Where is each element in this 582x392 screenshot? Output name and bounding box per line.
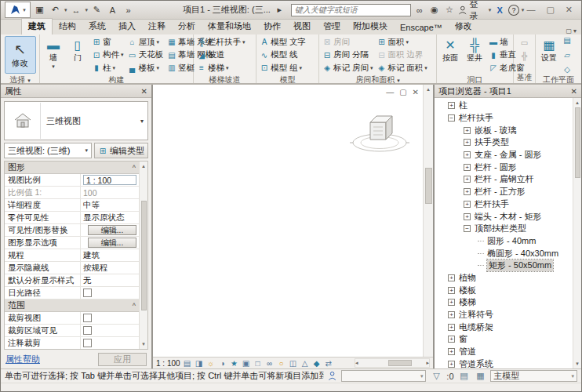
reveal-constraints-icon[interactable]: ⇄ (324, 359, 333, 368)
tree-item[interactable]: +植物 (435, 272, 573, 285)
browser-scrollbar[interactable]: ▴ ▾ (573, 98, 581, 368)
help-caret-icon[interactable]: ▾ (522, 7, 525, 13)
scroll-up-icon[interactable]: ▴ (142, 163, 145, 169)
detail-level-icon[interactable]: ▤ (183, 359, 192, 368)
save-button[interactable]: ▣ (33, 3, 46, 17)
expand-icon[interactable]: + (448, 299, 455, 306)
parts-visibility-value[interactable]: 显示原状态 (81, 212, 139, 223)
stair-button[interactable]: ≡ 楼梯 ▾ (196, 62, 246, 74)
undo-button[interactable]: ↶ (49, 3, 62, 17)
detail-level-value[interactable]: 中等 (81, 200, 139, 211)
door-button[interactable]: ▯ 门 (67, 36, 89, 62)
section-pin-icon[interactable]: ^ (133, 302, 136, 310)
tab-architecture[interactable]: 建筑 (21, 18, 53, 34)
scroll-thumb[interactable] (388, 360, 412, 366)
floor-button[interactable]: ▄ 楼板 ▾ (127, 62, 165, 74)
ref-plane-button[interactable]: ▱ (562, 51, 572, 60)
render-icon[interactable]: ★ (230, 359, 239, 368)
scroll-thumb[interactable] (425, 168, 432, 204)
tag-area-button[interactable]: ◈ 标记 面积 ▾ (376, 62, 427, 74)
tree-item[interactable]: +栏杆 - 正方形 (435, 186, 573, 198)
scroll-thumb[interactable] (141, 201, 147, 310)
scroll-down-icon[interactable]: ▾ (142, 341, 145, 347)
expand-icon[interactable]: + (464, 164, 471, 171)
design-options-icon[interactable]: ▦ (474, 370, 486, 382)
show-work-plane-button[interactable]: ▤ (562, 36, 572, 45)
scroll-down-icon[interactable]: ▾ (576, 361, 579, 367)
tree-item[interactable]: −顶部扶栏类型 (435, 223, 573, 235)
design-option-select[interactable]: 主模型 ▾ (490, 370, 577, 382)
tab-enscape[interactable]: Enscape™ (394, 21, 449, 34)
crop-view-checkbox[interactable] (83, 314, 92, 322)
hidden-lines-value[interactable]: 按规程 (81, 263, 139, 274)
expand-icon[interactable]: + (448, 287, 455, 294)
scale-button[interactable]: 1 : 100 (156, 359, 180, 368)
tree-item[interactable]: +柱 (435, 100, 573, 112)
analytical-model-icon[interactable]: △ (300, 359, 310, 368)
crop-view-icon[interactable]: ▣ (242, 359, 251, 368)
expand-icon[interactable]: + (464, 151, 471, 158)
expand-icon[interactable]: + (464, 213, 471, 220)
displacement-sets-icon[interactable]: ◆ (312, 359, 322, 368)
tree-item[interactable]: +栏杆扶手 (435, 198, 573, 211)
properties-help-link[interactable]: 属性帮助 (5, 354, 40, 365)
expand-icon[interactable]: + (448, 361, 455, 368)
roof-button[interactable]: ⌂ 屋顶 ▾ (127, 36, 165, 48)
graphic-options-edit-button[interactable]: 编辑... (88, 238, 136, 248)
tab-massing-site[interactable]: 体量和场地 (202, 19, 257, 34)
tag-room-button[interactable]: ◈ 标记 房间 ▾ (322, 62, 373, 74)
expand-icon[interactable]: + (448, 324, 455, 331)
view-canvas[interactable]: — ▢ ✕ ▴ (153, 85, 433, 357)
ceiling-button[interactable]: ▭ 天花板 (127, 49, 165, 61)
show-crop-region-icon[interactable]: □ (253, 359, 263, 368)
viewcube[interactable] (347, 108, 413, 157)
properties-scrollbar[interactable]: ▴ ▾ (139, 162, 147, 349)
tree-item[interactable]: +窗 (435, 333, 573, 346)
app-menu-button[interactable]: ▾ (5, 2, 31, 18)
window-button[interactable]: ⊞ 窗 (91, 36, 125, 48)
model-text-button[interactable]: A 模型 文字 (259, 36, 307, 48)
type-selector[interactable]: 三维视图 ▾ (4, 101, 148, 140)
modify-button[interactable]: ↖ 修改 (5, 36, 36, 74)
minimize-button[interactable]: — (526, 5, 535, 15)
tag-button[interactable]: ✎ (90, 3, 104, 17)
tab-analyze[interactable]: 分析 (172, 19, 202, 34)
collapse-icon[interactable]: − (464, 225, 471, 232)
expand-icon[interactable]: + (448, 336, 455, 343)
tab-manage[interactable]: 管理 (317, 19, 347, 34)
project-browser-close-icon[interactable]: ✕ (571, 87, 577, 96)
scroll-up-icon[interactable]: ▴ (427, 86, 430, 93)
close-button[interactable]: ✕ (566, 5, 573, 15)
expand-icon[interactable]: + (448, 311, 455, 318)
discipline-value[interactable]: 建筑 (81, 250, 139, 261)
model-line-button[interactable]: ∿ 模型 线 (259, 49, 307, 61)
view-minimize-icon[interactable]: — (386, 88, 394, 96)
tab-insert[interactable]: 插入 (112, 19, 142, 34)
wall-button[interactable]: ▬ 墙 ▾ (42, 36, 64, 71)
visual-style-icon[interactable]: ◨ (195, 359, 204, 368)
tree-item[interactable]: +嵌板 - 玻璃 (435, 124, 573, 136)
help-button[interactable]: ? (508, 5, 519, 16)
expand-icon[interactable]: + (464, 188, 471, 195)
tree-item[interactable]: +注释符号 (435, 309, 573, 321)
tree-item[interactable]: +管道系统 (435, 358, 573, 368)
worksharing-icon[interactable] (328, 371, 336, 381)
tree-item[interactable]: 椭圆形 - 40x30mm (435, 247, 573, 260)
editable-only-icon[interactable]: ▤ (458, 370, 471, 382)
scroll-thumb[interactable] (575, 107, 580, 178)
area-button[interactable]: ⊞ 面积 ▾ (376, 36, 427, 48)
workset-select[interactable]: ▾ (341, 370, 427, 382)
temporary-view-properties-icon[interactable]: ◫ (289, 359, 298, 368)
tab-addins[interactable]: 附加模块 (347, 19, 394, 34)
ribbon-collapse-button[interactable]: ▢ ▾ (566, 27, 581, 34)
temporary-hide-isolate-icon[interactable]: ∞ (265, 359, 275, 368)
communication-center-icon[interactable]: ◉ (428, 3, 441, 17)
scroll-up-icon[interactable]: ▴ (576, 100, 579, 106)
scroll-right-icon[interactable]: ▸ (426, 360, 429, 366)
tree-item[interactable]: 圆形 - 40mm (435, 235, 573, 248)
expand-icon[interactable]: + (464, 176, 471, 183)
measure-caret-icon[interactable]: ▾ (85, 7, 88, 13)
measure-button[interactable]: ↔ (69, 3, 82, 17)
view-scale-input[interactable]: 1 : 100 (83, 175, 136, 185)
room-separator-button[interactable]: ⊟ 房间 分隔 (322, 49, 373, 61)
